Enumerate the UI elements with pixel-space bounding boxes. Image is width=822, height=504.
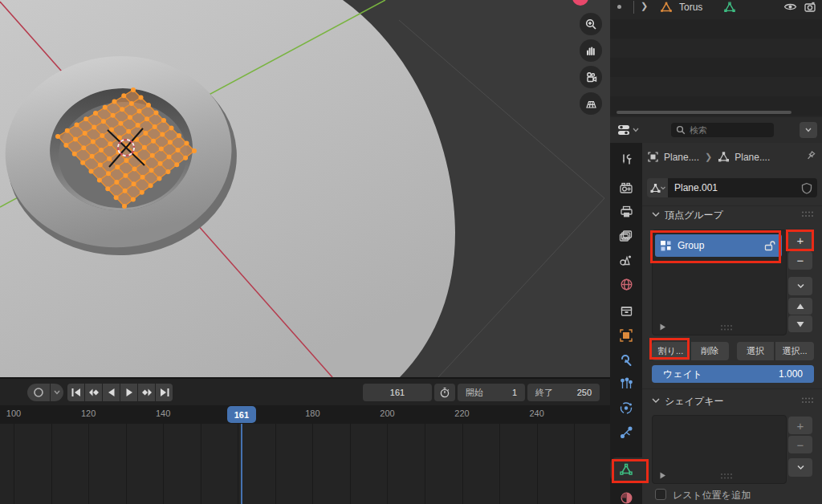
selected-vertex[interactable] [131,197,136,201]
selected-vertex[interactable] [106,171,111,176]
keying-dropdown[interactable] [51,384,63,401]
selected-vertex[interactable] [63,143,68,148]
camera-view-button[interactable] [580,66,602,88]
search-input[interactable]: 検索 [671,123,774,137]
selected-vertex[interactable] [192,148,197,153]
selected-vertex[interactable] [146,103,151,108]
remove-vertex-group-button[interactable]: − [788,251,812,270]
selected-vertex[interactable] [103,105,108,110]
selected-vertex[interactable] [83,116,88,121]
selected-vertex[interactable] [129,101,134,106]
tab-constraints[interactable] [610,421,642,443]
selected-vertex[interactable] [142,145,147,150]
mesh-id-type-button[interactable] [647,178,668,197]
tab-view-layer[interactable] [610,225,642,247]
tab-material[interactable] [610,486,642,504]
tab-physics[interactable] [610,396,642,419]
panel-expand-chevron-icon[interactable] [652,397,660,404]
selected-vertex[interactable] [123,173,128,178]
rest-position-label[interactable]: レスト位置を追加 [673,489,751,502]
selected-vertex[interactable] [177,133,181,138]
selected-vertex[interactable] [144,116,149,121]
shape-key-specials-button[interactable] [788,458,812,477]
selected-vertex[interactable] [167,154,172,159]
shape-keys-title[interactable]: シェイプキー [665,395,723,408]
selected-vertex[interactable] [90,154,95,159]
selected-vertex[interactable] [154,111,159,116]
editor-type-button[interactable] [616,121,647,139]
selected-vertex[interactable] [112,100,117,104]
jump-to-end-button[interactable] [156,384,173,401]
selected-vertex[interactable] [107,156,112,161]
add-shape-key-button[interactable]: + [788,417,812,434]
selected-vertex[interactable] [174,162,179,167]
selected-vertex[interactable] [161,118,166,123]
3d-viewport[interactable] [0,0,610,377]
auto-keying-button[interactable] [27,384,50,401]
timeline-ruler[interactable]: 100120140180200220240161 [0,405,610,424]
tab-particles[interactable] [610,372,642,395]
weight-slider[interactable]: ウェイト 1.000 [652,365,814,383]
selected-vertex[interactable] [118,121,123,126]
selected-vertex[interactable] [120,107,124,112]
selected-vertex[interactable] [80,161,85,165]
selected-vertex[interactable] [183,156,188,161]
move-group-up-button[interactable] [788,298,812,315]
selected-vertex[interactable] [176,148,181,152]
selected-vertex[interactable] [92,125,96,130]
disable-render-camera-icon[interactable] [804,1,816,13]
selected-vertex[interactable] [158,161,163,166]
selected-vertex[interactable] [98,163,103,168]
selected-vertex[interactable] [140,190,144,195]
selected-vertex[interactable] [115,165,120,169]
deselect-button[interactable]: 選択... [775,342,814,360]
selected-vertex[interactable] [139,96,144,100]
gizmo-axis-ball[interactable] [572,0,588,6]
selected-vertex[interactable] [157,177,162,181]
selected-vertex[interactable] [105,186,110,191]
selected-vertex[interactable] [151,139,156,144]
selected-vertex[interactable] [89,169,94,174]
previous-keyframe-button[interactable] [85,384,102,401]
tab-modifiers[interactable] [610,348,642,371]
object-data-icon[interactable] [723,1,736,14]
playhead-line[interactable] [241,424,242,504]
expand-chevron-icon[interactable]: ❯ [641,1,648,11]
selected-vertex[interactable] [165,169,170,174]
selected-vertex[interactable] [126,129,131,134]
selected-vertex[interactable] [73,136,78,141]
selected-vertex[interactable] [149,168,154,173]
selected-vertex[interactable] [93,111,98,116]
selected-vertex[interactable] [97,177,102,182]
selected-vertex[interactable] [149,183,153,188]
breadcrumb-object[interactable]: Plane.... [664,152,699,163]
selected-vertex[interactable] [100,133,104,138]
selected-vertex[interactable] [111,113,116,118]
selected-vertex[interactable] [169,126,174,131]
tab-collection[interactable] [610,300,642,323]
zoom-button[interactable] [580,13,602,35]
current-frame-badge[interactable]: 161 [227,406,256,423]
selected-vertex[interactable] [132,181,136,186]
tab-tool[interactable] [610,148,642,170]
pin-icon[interactable] [804,150,816,162]
selected-vertex[interactable] [150,153,155,158]
ortho-toggle-button[interactable] [580,92,602,115]
hide-eye-icon[interactable] [783,2,797,12]
tab-output[interactable] [610,201,642,223]
selected-vertex[interactable] [114,195,119,200]
fake-user-button[interactable] [796,178,817,197]
panel-expand-chevron-icon[interactable] [652,211,660,217]
tab-scene[interactable] [610,249,642,271]
current-frame-field[interactable]: 161 [363,384,432,401]
rest-position-checkbox[interactable] [655,489,666,500]
selected-vertex[interactable] [136,109,141,114]
next-keyframe-button[interactable] [138,384,155,401]
selected-vertex[interactable] [108,141,112,146]
vertex-groups-title[interactable]: 頂点グループ [665,209,723,222]
move-group-down-button[interactable] [788,315,812,332]
use-preview-range-button[interactable] [434,384,455,401]
selected-vertex[interactable] [121,93,126,98]
selected-vertex[interactable] [83,131,87,136]
selected-vertex[interactable] [75,123,79,128]
